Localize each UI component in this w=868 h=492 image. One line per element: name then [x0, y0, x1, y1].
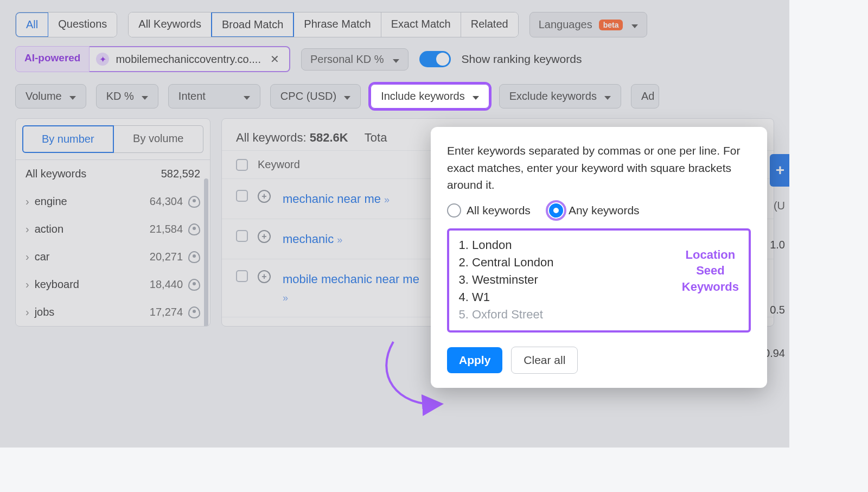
expand-icon[interactable]: +	[258, 190, 271, 203]
chevron-right-icon: ›	[25, 278, 29, 291]
domain-chip[interactable]: ✦ mobilemechaniccoventry.co.... ✕	[90, 46, 290, 72]
eye-icon[interactable]	[188, 279, 200, 291]
radio-selected-icon	[549, 203, 563, 218]
seed-keywords-input[interactable]: LondonCentral LondonWestminsterW1Oxford …	[447, 228, 751, 333]
beta-badge: beta	[599, 20, 623, 30]
filter-include-keywords[interactable]: Include keywords	[371, 84, 489, 108]
row-right-value: 0.5	[770, 304, 789, 316]
chevron-down-icon	[602, 90, 611, 103]
sparkle-icon: ✦	[96, 53, 109, 66]
radio-icon	[447, 203, 461, 218]
filter-bar: Volume KD % Intent CPC (USD) Include key…	[0, 80, 789, 118]
keyword-link[interactable]: mobile mechanic near me »	[283, 270, 424, 306]
context-toolbar: AI-powered ✦ mobilemechaniccoventry.co..…	[0, 43, 789, 80]
select-all-checkbox[interactable]	[236, 159, 248, 171]
eye-icon[interactable]	[188, 306, 200, 318]
tab-group-main: All Questions	[15, 12, 117, 37]
tab-exact-match[interactable]: Exact Match	[381, 12, 461, 37]
col-right-partial: (U	[774, 200, 789, 212]
keyword-link[interactable]: mechanic »	[283, 230, 342, 248]
domain-text: mobilemechaniccoventry.co....	[116, 53, 261, 66]
add-button[interactable]: +	[770, 154, 789, 187]
apply-button[interactable]: Apply	[447, 347, 502, 373]
filter-exclude-keywords[interactable]: Exclude keywords	[499, 84, 621, 108]
personal-kd-dropdown[interactable]: Personal KD %	[301, 48, 409, 71]
sidebar-scrollbar[interactable]	[204, 178, 208, 327]
eye-icon[interactable]	[188, 196, 200, 208]
filter-cpc[interactable]: CPC (USD)	[270, 84, 361, 108]
tab-broad-match[interactable]: Broad Match	[211, 12, 294, 37]
filter-kd[interactable]: KD %	[96, 84, 158, 108]
top-toolbar: All Questions All Keywords Broad Match P…	[0, 0, 789, 43]
toggle-label: Show ranking keywords	[462, 53, 582, 66]
col-keyword: Keyword	[258, 158, 300, 171]
radio-all-keywords[interactable]: All keywords	[447, 203, 531, 218]
tab-group-match: All Keywords Broad Match Phrase Match Ex…	[128, 12, 518, 37]
filter-intent[interactable]: Intent	[168, 84, 260, 108]
radio-any-keywords[interactable]: Any keywords	[549, 203, 640, 218]
row-checkbox[interactable]	[236, 270, 248, 282]
close-icon[interactable]: ✕	[267, 52, 283, 67]
annotation-label: LocationSeedKeywords	[682, 247, 739, 295]
sidebar-tab-by-number[interactable]: By number	[22, 125, 114, 153]
languages-label: Languages	[539, 18, 592, 31]
sidebar-item[interactable]: ›engine64,304	[16, 188, 210, 215]
ai-powered-badge: AI-powered	[15, 46, 90, 72]
filter-volume[interactable]: Volume	[15, 84, 86, 108]
personal-kd-label: Personal KD %	[310, 53, 384, 66]
chevron-down-icon	[470, 90, 479, 103]
sidebar-tab-by-volume[interactable]: By volume	[114, 125, 204, 153]
tab-all-keywords[interactable]: All Keywords	[129, 12, 212, 37]
match-mode-radios: All keywords Any keywords	[447, 203, 751, 218]
chevron-down-icon	[241, 90, 250, 103]
row-checkbox[interactable]	[236, 190, 248, 202]
chevron-down-icon	[342, 90, 350, 103]
chevron-right-icon: ›	[25, 195, 29, 208]
tab-questions[interactable]: Questions	[48, 12, 117, 37]
filter-advanced[interactable]: Ad	[631, 84, 659, 108]
sidebar-panel: By number By volume All keywords 582,592…	[15, 118, 210, 327]
row-right-value: 0.94	[764, 347, 789, 360]
double-chevron-icon: »	[337, 234, 342, 245]
sidebar-item[interactable]: ›action21,584	[16, 215, 210, 243]
languages-dropdown[interactable]: Languages beta	[529, 12, 648, 37]
include-keywords-popover: Enter keywords separated by commas or on…	[431, 127, 767, 388]
clear-all-button[interactable]: Clear all	[511, 347, 578, 374]
row-checkbox[interactable]	[236, 230, 248, 242]
double-chevron-icon: »	[283, 292, 288, 303]
tab-phrase-match[interactable]: Phrase Match	[294, 12, 381, 37]
seed-keyword: Oxford Street	[472, 308, 740, 322]
sidebar-item[interactable]: ›jobs17,274	[16, 298, 210, 326]
tab-all[interactable]: All	[15, 12, 49, 37]
tab-related[interactable]: Related	[461, 12, 518, 37]
keyword-link[interactable]: mechanic near me »	[283, 190, 390, 208]
sidebar-item[interactable]: ›car20,271	[16, 243, 210, 271]
chevron-right-icon: ›	[25, 223, 29, 235]
chevron-down-icon	[391, 53, 399, 66]
expand-icon[interactable]: +	[258, 270, 271, 283]
chevron-down-icon	[139, 90, 148, 103]
eye-icon[interactable]	[188, 251, 200, 263]
row-right-value: 1.0	[770, 239, 789, 251]
popover-instructions: Enter keywords separated by commas or on…	[447, 142, 751, 194]
chevron-down-icon	[67, 90, 76, 103]
chevron-right-icon: ›	[25, 306, 29, 318]
eye-icon[interactable]	[188, 223, 200, 235]
sidebar-item[interactable]: ›keyboard18,440	[16, 271, 210, 298]
chevron-down-icon	[629, 18, 638, 31]
double-chevron-icon: »	[384, 194, 390, 205]
expand-icon[interactable]: +	[258, 230, 271, 243]
sidebar-all-keywords-row[interactable]: All keywords 582,592	[16, 160, 210, 188]
show-ranking-toggle[interactable]	[419, 51, 451, 67]
chevron-right-icon: ›	[25, 251, 29, 263]
